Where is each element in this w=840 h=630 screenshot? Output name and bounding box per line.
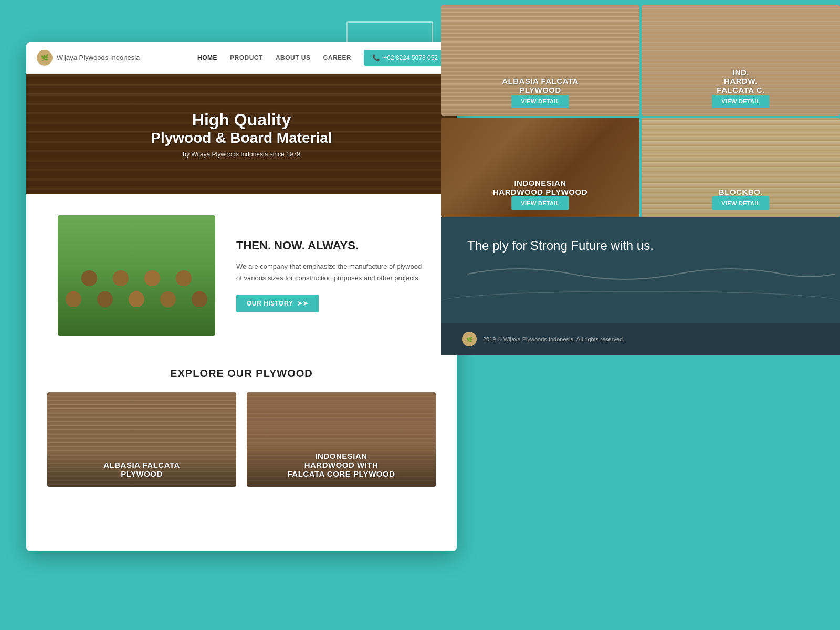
phone-button[interactable]: 📞 +62 8224 5073 052: [364, 50, 446, 66]
right-cards-bottom: INDONESIANHARDWOOD PLYWOOD VIEW DETAIL B…: [441, 118, 840, 217]
hero-section: High Quality Plywood & Board Material by…: [26, 74, 457, 194]
about-section: THEN. NOW. ALWAYS. We are company that e…: [26, 194, 457, 357]
cta-text: The ply for Strong Future with us.: [467, 238, 814, 253]
right-card-ind-hardwood: IND.HARDW.FALCATA C. VIEW DETAIL: [642, 5, 840, 116]
footer-logo-icon: 🌿: [462, 332, 477, 346]
logo-container: 🌿 Wijaya Plywoods Indonesia: [37, 50, 140, 66]
logo-icon: 🌿: [37, 50, 52, 66]
right-card-label-3: INDONESIANHARDWOOD PLYWOOD: [441, 178, 639, 196]
arrow-icon: ➤➤: [297, 300, 308, 307]
product-title-1: ALBASIA FALCATAPLYWOOD: [56, 460, 228, 478]
nav-about[interactable]: ABOUT US: [276, 54, 311, 61]
cta-section: The ply for Strong Future with us.: [441, 217, 840, 323]
right-card-albasia: ALBASIA FALCATAPLYWOOD VIEW DETAIL: [441, 5, 639, 116]
view-detail-btn-4[interactable]: VIEW DETAIL: [712, 196, 769, 210]
right-card-label-2: IND.HARDW.FALCATA C.: [642, 68, 840, 94]
logo-text: Wijaya Plywoods Indonesia: [57, 54, 140, 61]
navbar: 🌿 Wijaya Plywoods Indonesia HOME PRODUCT…: [26, 42, 457, 74]
explore-title: EXPLORE OUR PLYWOOD: [47, 368, 436, 380]
right-card-label-4: BLOCKBO.: [642, 187, 840, 196]
product-card-indonesian[interactable]: INDONESIANHARDWOOD WITHFALCATA CORE PLYW…: [247, 392, 436, 487]
view-detail-btn-3[interactable]: VIEW DETAIL: [511, 196, 569, 210]
hero-content: High Quality Plywood & Board Material by…: [151, 110, 332, 158]
cta-wave: [467, 264, 835, 285]
right-panel: ALBASIA FALCATAPLYWOOD VIEW DETAIL IND.H…: [441, 0, 840, 630]
nav-links: HOME PRODUCT ABOUT US CAREER: [197, 54, 351, 61]
history-btn-label: OUR HISTORY: [247, 300, 293, 307]
product-grid: ALBASIA FALCATAPLYWOOD INDONESIANHARDWOO…: [47, 392, 436, 487]
product-card-label-2: INDONESIANHARDWOOD WITHFALCATA CORE PLYW…: [247, 443, 436, 487]
browser-window: 🌿 Wijaya Plywoods Indonesia HOME PRODUCT…: [26, 42, 457, 551]
nav-career[interactable]: CAREER: [323, 54, 352, 61]
view-detail-btn-1[interactable]: VIEW DETAIL: [511, 94, 569, 108]
right-card-label-1: ALBASIA FALCATAPLYWOOD: [441, 77, 639, 94]
phone-icon: 📞: [372, 54, 380, 61]
right-card-blockboard: BLOCKBO. VIEW DETAIL: [642, 118, 840, 217]
explore-section: EXPLORE OUR PLYWOOD ALBASIA FALCATAPLYWO…: [26, 357, 457, 497]
history-button[interactable]: OUR HISTORY ➤➤: [236, 295, 319, 312]
right-card-indonesian-hw: INDONESIANHARDWOOD PLYWOOD VIEW DETAIL: [441, 118, 639, 217]
right-footer: 🌿 2019 © Wijaya Plywoods Indonesia. All …: [441, 323, 840, 355]
about-content: THEN. NOW. ALWAYS. We are company that e…: [236, 239, 425, 312]
hero-tagline: by Wijaya Plywoods Indonesia since 1979: [151, 151, 332, 158]
nav-home[interactable]: HOME: [197, 54, 217, 61]
product-title-2: INDONESIANHARDWOOD WITHFALCATA CORE PLYW…: [255, 452, 427, 478]
view-detail-btn-2[interactable]: VIEW DETAIL: [712, 94, 769, 108]
product-card-label-1: ALBASIA FALCATAPLYWOOD: [47, 452, 236, 487]
log-visual: [58, 215, 215, 336]
footer-copyright: 2019 © Wijaya Plywoods Indonesia. All ri…: [483, 336, 624, 342]
hero-title-line1: High Quality: [151, 110, 332, 130]
nav-product[interactable]: PRODUCT: [230, 54, 263, 61]
hero-title-line2: Plywood & Board Material: [151, 130, 332, 146]
product-card-albasia[interactable]: ALBASIA FALCATAPLYWOOD: [47, 392, 236, 487]
phone-number: +62 8224 5073 052: [383, 54, 438, 61]
right-cards-top: ALBASIA FALCATAPLYWOOD VIEW DETAIL IND.H…: [441, 5, 840, 116]
about-image: [58, 215, 215, 336]
about-heading: THEN. NOW. ALWAYS.: [236, 239, 425, 253]
about-text: We are company that emphasize the manufa…: [236, 261, 425, 284]
